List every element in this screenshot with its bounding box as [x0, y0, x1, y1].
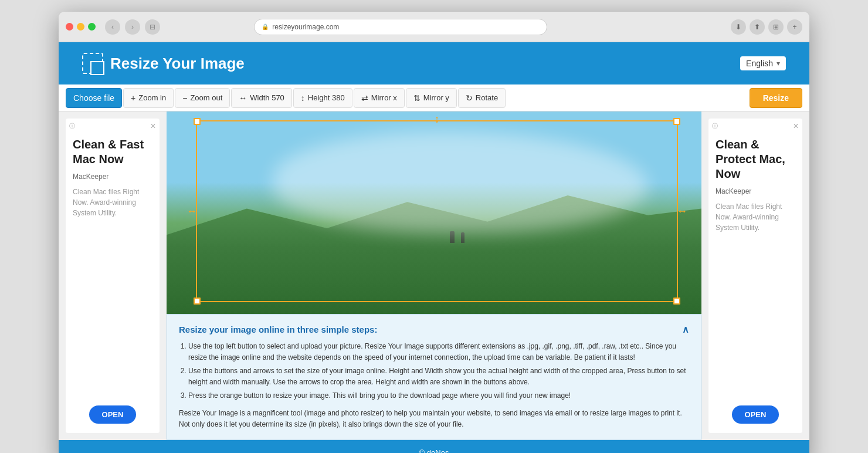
close-right-ad-button[interactable]: ✕	[793, 122, 799, 130]
info-description: Resize Your Image is a magnificent tool …	[179, 408, 689, 430]
url-text: resizeyourimage.com	[272, 23, 339, 31]
minimize-button[interactable]	[77, 23, 84, 31]
info-step-1: Use the top left button to select and up…	[188, 341, 689, 363]
maximize-button[interactable]	[88, 23, 96, 31]
language-text: English	[746, 59, 773, 68]
mirror-x-icon: ⇄	[361, 93, 368, 103]
zoom-in-button[interactable]: + Zoom in	[123, 88, 174, 108]
height-icon: ↕	[301, 93, 305, 103]
app-title: Resize Your Image	[110, 55, 245, 73]
ad-badge-left: ⓘ	[69, 122, 75, 130]
image-canvas: ↕ ↔ ↔	[167, 111, 701, 314]
info-steps: Use the top left button to select and up…	[179, 341, 689, 402]
add-button[interactable]: +	[787, 19, 802, 35]
zoom-out-label: Zoom out	[190, 93, 222, 102]
left-ad-brand: MacKeeper	[73, 173, 108, 181]
person-silhouette-1	[450, 231, 455, 243]
rotate-label: Rotate	[476, 93, 498, 102]
mirror-y-label: Mirror y	[423, 93, 449, 102]
chevron-down-icon: ▾	[777, 59, 780, 67]
app-header: Resize Your Image English ▾	[59, 42, 809, 84]
mirror-x-label: Mirror x	[371, 93, 397, 102]
reader-view-button[interactable]: ⊟	[145, 19, 160, 35]
right-ad-panel: ⓘ ✕ Clean & Protect Mac, Now MacKeeper C…	[708, 119, 802, 433]
info-title: Resize your image online in three simple…	[179, 324, 689, 335]
language-selector[interactable]: English ▾	[740, 56, 786, 70]
info-section: Resize your image online in three simple…	[167, 314, 701, 440]
person-silhouette-2	[461, 232, 464, 243]
browser-actions: ⬇ ⬆ ⊞ +	[731, 19, 802, 35]
mirror-y-icon: ⇅	[413, 93, 421, 103]
plus-icon: +	[131, 93, 135, 103]
address-bar[interactable]: 🔒 resizeyourimage.com	[254, 19, 547, 35]
height-label: Height 380	[308, 93, 345, 102]
width-label: Width 570	[250, 93, 284, 102]
resize-button[interactable]: Resize	[750, 88, 802, 108]
choose-file-button[interactable]: Choose file	[66, 88, 122, 108]
width-icon: ↔	[239, 93, 247, 103]
footer-copyright: © deNes	[419, 448, 449, 453]
collapse-icon[interactable]: ∧	[682, 324, 689, 335]
main-content: ⓘ ✕ Clean & Fast Mac Now MacKeeper Clean…	[59, 111, 809, 440]
right-ad-heading: Clean & Protect Mac, Now	[716, 137, 795, 181]
zoom-in-label: Zoom in	[138, 93, 166, 102]
left-ad-panel: ⓘ ✕ Clean & Fast Mac Now MacKeeper Clean…	[66, 119, 160, 433]
minus-icon: −	[182, 93, 187, 103]
app-footer: © deNes	[59, 440, 809, 453]
right-ad-brand: MacKeeper	[716, 187, 751, 195]
toolbar: Choose file + Zoom in − Zoom out ↔ Width…	[59, 84, 809, 111]
info-step-2: Use the buttons and arrows to set the si…	[188, 366, 689, 388]
browser-titlebar: ‹ › ⊟ 🔒 resizeyourimage.com ⬇ ⬆ ⊞ +	[59, 12, 809, 42]
download-button[interactable]: ⬇	[731, 19, 746, 35]
width-button[interactable]: ↔ Width 570	[231, 88, 292, 108]
close-button[interactable]	[66, 23, 73, 31]
mirror-x-button[interactable]: ⇄ Mirror x	[354, 88, 405, 108]
mirror-y-button[interactable]: ⇅ Mirror y	[406, 88, 457, 108]
back-button[interactable]: ‹	[105, 19, 120, 35]
choose-file-label: Choose file	[73, 93, 114, 103]
logo-icon	[82, 53, 103, 74]
rotate-icon: ↻	[466, 93, 473, 103]
info-step-3: Press the orange button to resize your i…	[188, 390, 689, 401]
share-button[interactable]: ⬆	[750, 19, 765, 35]
resize-label: Resize	[763, 93, 789, 103]
rotate-button[interactable]: ↻ Rotate	[458, 88, 506, 108]
info-title-text: Resize your image online in three simple…	[179, 324, 377, 334]
browser-window: ‹ › ⊟ 🔒 resizeyourimage.com ⬇ ⬆ ⊞ + Resi…	[59, 12, 809, 453]
lock-icon: 🔒	[262, 23, 269, 30]
left-ad-open-button[interactable]: OPEN	[89, 405, 137, 424]
center-content: ↕ ↔ ↔ Resize your image online in three …	[167, 111, 701, 440]
left-ad-desc: Clean Mac files Right Now. Award-winning…	[73, 187, 152, 218]
right-ad-open-button[interactable]: OPEN	[732, 405, 779, 424]
zoom-out-button[interactable]: − Zoom out	[175, 88, 230, 108]
logo-area: Resize Your Image	[82, 53, 245, 74]
forward-button[interactable]: ›	[125, 19, 140, 35]
height-button[interactable]: ↕ Height 380	[293, 88, 352, 108]
mountain-image	[167, 111, 701, 314]
right-ad-desc: Clean Mac files Right Now. Award-winning…	[716, 201, 795, 233]
app-body: Resize Your Image English ▾ Choose file …	[59, 42, 809, 453]
traffic-lights	[66, 23, 96, 31]
ad-badge-right: ⓘ	[712, 122, 718, 130]
left-ad-heading: Clean & Fast Mac Now	[73, 137, 152, 167]
new-tab-button[interactable]: ⊞	[768, 19, 784, 35]
close-left-ad-button[interactable]: ✕	[150, 122, 156, 130]
